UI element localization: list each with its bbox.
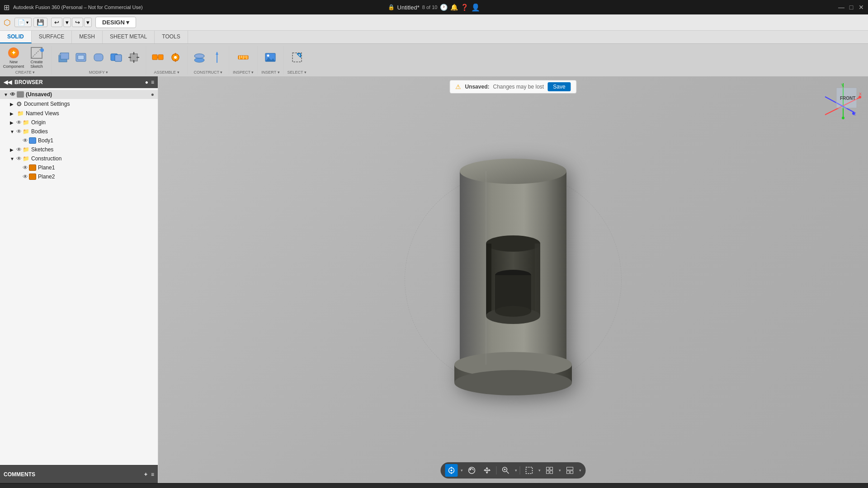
bodies-arrow[interactable]: ▼ [10, 129, 16, 134]
timeline-feature-2[interactable] [102, 486, 115, 488]
eye-icon-construction[interactable]: 👁 [16, 155, 22, 162]
construction-label: Construction [31, 155, 61, 162]
root-collapse-arrow[interactable]: ▼ [4, 92, 10, 97]
browser-sidebar: ◀◀ BROWSER ● ≡ ▼ 👁 (Unsaved) ● ▶ ⚙ Docum… [0, 76, 158, 483]
timeline-feature-6[interactable] [163, 486, 177, 488]
shell-btn[interactable] [73, 46, 89, 69]
view-cube[interactable]: FRONT Y X Z [823, 81, 863, 122]
tab-solid[interactable]: SOLID [0, 31, 32, 43]
sketches-arrow[interactable]: ▶ [10, 147, 16, 152]
maximize-btn[interactable]: □ [848, 4, 854, 10]
titlebar: ⊞ Autodesk Fusion 360 (Personal – Not fo… [0, 0, 868, 14]
app-grid-icon[interactable]: ⊞ [4, 3, 9, 12]
tree-body1[interactable]: 👁 Body1 [0, 136, 158, 145]
timeline-first-btn[interactable]: ⏮ [4, 486, 17, 488]
timeline-feature-4[interactable] [132, 486, 146, 488]
move-btn[interactable] [126, 46, 142, 69]
browser-collapse-btn[interactable]: ◀◀ [4, 79, 12, 85]
tree-plane1[interactable]: 👁 Plane1 [0, 163, 158, 172]
browser-menu-icon[interactable]: ≡ [151, 79, 154, 85]
timeline-marker[interactable]: 𝄢 [246, 486, 259, 488]
create-sketch-btn[interactable]: Create Sketch [26, 46, 47, 69]
inspect-group: INSPECT ▾ [233, 46, 258, 75]
offset-plane-btn[interactable] [191, 46, 208, 69]
save-btn[interactable]: 💾 [33, 18, 47, 27]
folder-icon-named-views: 📁 [17, 110, 24, 117]
folder-icon-origin: 📁 [23, 119, 29, 126]
eye-icon-body1[interactable]: 👁 [23, 137, 28, 144]
timeline-play-btn[interactable]: ▶ [34, 486, 48, 488]
settings-btn[interactable]: ⚙ [851, 486, 864, 488]
account-icon[interactable]: 👤 [471, 3, 480, 12]
rotate-tool-btn[interactable] [200, 486, 213, 488]
tab-surface[interactable]: SURFACE [32, 31, 72, 43]
view-layout-btn[interactable] [564, 464, 576, 477]
tree-root[interactable]: ▼ 👁 (Unsaved) ● [0, 90, 158, 99]
construction-arrow[interactable]: ▼ [10, 156, 16, 161]
combine-btn[interactable] [108, 46, 124, 69]
tab-mesh[interactable]: MESH [72, 31, 103, 43]
svg-text:✦: ✦ [11, 50, 16, 56]
save-now-btn[interactable]: Save [547, 82, 571, 91]
eye-icon-plane1[interactable]: 👁 [23, 164, 28, 171]
pan-btn[interactable] [481, 464, 494, 477]
named-views-arrow[interactable]: ▶ [10, 111, 16, 116]
svg-point-43 [460, 159, 566, 184]
move-tool-btn[interactable] [184, 486, 198, 488]
tree-origin[interactable]: ▶ 👁 📁 Origin [0, 118, 158, 127]
modify-label: MODIFY ▾ [89, 70, 108, 75]
design-button[interactable]: DESIGN ▾ [95, 17, 136, 28]
eye-icon-plane2[interactable]: 👁 [23, 174, 28, 180]
extrude-btn[interactable] [55, 46, 71, 69]
select-btn[interactable] [289, 46, 305, 69]
comments-add-icon[interactable]: + [144, 471, 147, 478]
eye-icon-root[interactable]: 👁 [10, 91, 15, 98]
tree-construction[interactable]: ▼ 👁 📁 Construction [0, 154, 158, 163]
timeline-last-btn[interactable]: ⏭ [65, 486, 79, 488]
timeline-feature-3[interactable] [117, 486, 131, 488]
fillet-btn[interactable] [90, 46, 107, 69]
timeline-next-btn[interactable]: ▶▶ [50, 486, 63, 488]
zoom-btn[interactable] [500, 464, 512, 477]
timeline-feature-5[interactable] [148, 486, 161, 488]
snap-btn[interactable] [445, 464, 458, 477]
timeline-feature-1[interactable] [86, 486, 100, 488]
new-joint-btn[interactable] [150, 46, 166, 69]
tree-named-views[interactable]: ▶ 📁 Named Views [0, 109, 158, 118]
close-btn[interactable]: ✕ [858, 4, 864, 10]
comments-menu-icon[interactable]: ≡ [151, 471, 154, 478]
redo-dropdown[interactable]: ▾ [84, 18, 92, 27]
doc-expand-arrow[interactable]: ▶ [10, 102, 16, 107]
scale-tool-btn[interactable] [215, 486, 229, 488]
tree-plane2[interactable]: 👁 Plane2 [0, 172, 158, 181]
svg-rect-20 [158, 55, 163, 60]
tree-doc-settings[interactable]: ▶ ⚙ Document Settings [0, 99, 158, 109]
tab-tools[interactable]: TOOLS [155, 31, 188, 43]
eye-icon-bodies[interactable]: 👁 [16, 128, 22, 135]
measure-btn[interactable] [235, 46, 251, 69]
insert-img-btn[interactable] [262, 46, 278, 69]
new-file-btn[interactable]: 📄▾ [14, 18, 32, 27]
undo-dropdown[interactable]: ▾ [63, 18, 71, 27]
axis-btn[interactable] [209, 46, 225, 69]
timeline-prev-btn[interactable]: ◀ [19, 486, 33, 488]
gizmo-btn[interactable]: ⊕ [231, 486, 244, 488]
construct-label: CONSTRUCT ▾ [194, 70, 223, 75]
new-component-btn[interactable]: ✦ New Component [3, 46, 24, 69]
help-icon[interactable]: ❓ [461, 4, 468, 11]
minimize-btn[interactable]: — [838, 4, 844, 10]
orbit-btn[interactable] [466, 464, 478, 477]
origin-arrow[interactable]: ▶ [10, 120, 16, 125]
bottom-timeline-bar: ⏮ ◀ ▶ ▶▶ ⏭ ⊕ 𝄢 ⚙ [0, 483, 868, 488]
joint-origin-btn[interactable] [167, 46, 184, 69]
display-mode-btn[interactable] [523, 464, 536, 477]
viewport[interactable]: ⚠ Unsaved: Changes may be lost Save [158, 76, 868, 483]
grid-display-btn[interactable] [543, 464, 556, 477]
tab-sheetmetal[interactable]: SHEET METAL [103, 31, 155, 43]
tree-sketches[interactable]: ▶ 👁 📁 Sketches [0, 145, 158, 154]
eye-icon-origin[interactable]: 👁 [16, 119, 22, 126]
eye-icon-sketches[interactable]: 👁 [16, 146, 22, 153]
redo-btn[interactable]: ↪ [72, 18, 83, 27]
undo-btn[interactable]: ↩ [51, 18, 62, 27]
tree-bodies[interactable]: ▼ 👁 📁 Bodies [0, 127, 158, 136]
